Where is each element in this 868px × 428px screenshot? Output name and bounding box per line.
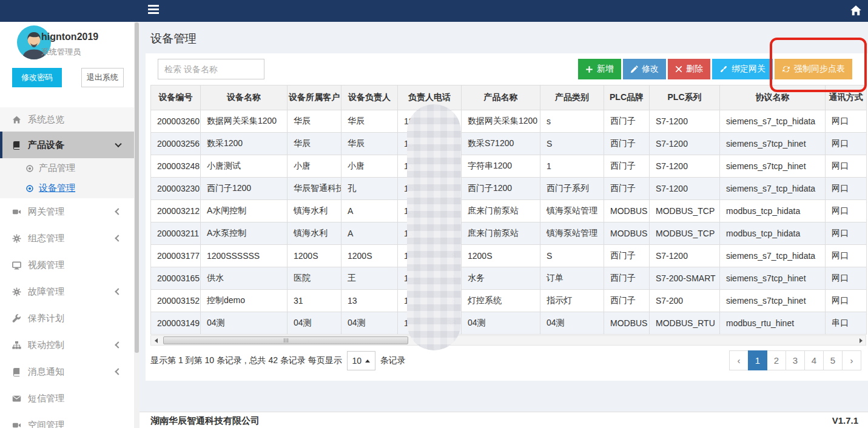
table-cell: siemens_s7_tcp_hidata: [720, 245, 826, 267]
dot-circle-icon: [25, 184, 39, 193]
sidebar-item-product-device[interactable]: 产品设备: [0, 132, 134, 158]
table-cell: 灯控系统: [462, 290, 540, 312]
table-cell: 网口: [826, 200, 867, 222]
chevron-left-icon: [115, 208, 121, 215]
sidebar-item-label: 产品管理: [39, 162, 75, 174]
page-prev-button[interactable]: ‹: [729, 350, 749, 370]
page-next-button[interactable]: ›: [842, 350, 861, 370]
table-cell: 西门子: [604, 133, 650, 155]
table-row[interactable]: 2000031771200SSSSSS1200S1200S181200SS西门子…: [151, 245, 867, 267]
change-password-button[interactable]: 修改密码: [12, 68, 62, 87]
sidebar-item-system-overview[interactable]: 系统总览: [0, 107, 134, 132]
table-cell: 小唐: [288, 155, 341, 178]
table-cell: MODBUS_TCP: [650, 200, 720, 222]
horizontal-scrollbar[interactable]: [150, 335, 866, 346]
table-cell: 网口: [826, 155, 867, 178]
table-cell: A水泵控制: [201, 222, 288, 245]
chevron-left-icon: [115, 235, 121, 241]
logout-button[interactable]: 退出系统: [81, 68, 124, 87]
sidebar-item-space-manage[interactable]: 空间管理: [0, 412, 134, 428]
sidebar-item-device-manage[interactable]: 设备管理: [0, 178, 134, 198]
scroll-right-icon[interactable]: [856, 336, 866, 345]
wrench-icon: [12, 314, 28, 323]
table-cell: 200003256: [151, 133, 201, 155]
sidebar-item-label: 系统总览: [28, 114, 64, 125]
table-cell: 西门子1200: [462, 178, 540, 200]
horizontal-scrollbar-thumb[interactable]: [163, 336, 408, 344]
chevron-left-icon: [115, 368, 121, 375]
table-row[interactable]: 200003260数据网关采集1200华辰华辰184数据网关采集1200s西门子…: [151, 110, 867, 133]
table-cell: 数据网关采集1200: [462, 110, 540, 133]
page-button-4[interactable]: 4: [804, 350, 824, 370]
table-row[interactable]: 200003165供水医院王11水务订单西门子S7-200-SMARTsieme…: [151, 267, 867, 290]
table-cell: siemens_s7_tcp_hidata: [720, 178, 826, 200]
search-input[interactable]: [158, 59, 264, 79]
sidebar-item-fault-manage[interactable]: 故障管理: [0, 278, 134, 305]
sidebar-item-linkage-control[interactable]: 联动控制: [0, 332, 134, 358]
gears-icon: [12, 234, 28, 243]
sidebar-item-product-manage[interactable]: 产品管理: [0, 158, 134, 178]
column-header: 设备编号: [151, 85, 201, 110]
user-role: 系统管理员: [41, 47, 81, 58]
add-button[interactable]: 新增: [578, 59, 621, 79]
table-cell: S7-1200: [650, 110, 720, 133]
sidebar-item-message-notify[interactable]: 消息通知: [0, 358, 134, 385]
monitor-icon: [12, 261, 28, 270]
table-cell: 200003177: [151, 245, 201, 267]
page-button-2[interactable]: 2: [767, 350, 786, 370]
hamburger-menu-icon[interactable]: [148, 5, 159, 17]
page-button-1[interactable]: 1: [748, 350, 767, 370]
summary-prefix: 显示第 1 到第 10 条记录 , 总共 42 条记录 每页显示: [150, 355, 342, 366]
page-size-value: 10: [352, 356, 362, 366]
table-row[interactable]: 20000314904测04测04测13804测04测MODBUSMODBUS_…: [151, 312, 867, 335]
table-cell: 数采1200: [201, 133, 288, 155]
button-label: 删除: [686, 64, 703, 75]
sidebar-item-video-manage[interactable]: 视频管理: [0, 252, 134, 278]
gears-icon: [12, 287, 28, 296]
table-cell: 西门子: [604, 155, 650, 178]
table-cell: s: [540, 110, 604, 133]
table-row[interactable]: 200003248小唐测试小唐小唐13字符串12001西门子S7-1200sie…: [151, 155, 867, 178]
table-cell: siemens_s7tcp_hinet: [720, 155, 826, 178]
home-icon[interactable]: [850, 4, 862, 16]
table-cell: 庶来门前泵站: [462, 200, 540, 222]
topbar: [0, 0, 868, 22]
sidebar-item-sms-manage[interactable]: 短信管理: [0, 385, 134, 412]
table-cell: S7-1200: [650, 133, 720, 155]
page-size-dropdown[interactable]: 10: [347, 351, 375, 370]
table-row[interactable]: 200003212A水闸控制镇海水利A13庶来门前泵站镇海泵站管理MODBUSM…: [151, 200, 867, 222]
sidebar-scrollbar-thumb[interactable]: [135, 22, 139, 353]
scroll-left-icon[interactable]: [151, 336, 161, 345]
page-title: 设备管理: [150, 31, 197, 47]
table-row[interactable]: 200003211A水泵控制镇海水利A13庶来门前泵站镇海泵站管理MODBUSM…: [151, 222, 867, 245]
envelope-icon: [12, 394, 28, 403]
table-cell: 200003211: [151, 222, 201, 245]
table-row[interactable]: 200003230西门子1200华辰智通科技孔15西门子1200西门子系列西门子…: [151, 178, 867, 200]
page-button-3[interactable]: 3: [786, 350, 805, 370]
force-sync-button[interactable]: 强制同步点表: [775, 59, 852, 79]
sidebar-item-gateway-manage[interactable]: 网关管理: [0, 198, 134, 225]
table-cell: 网口: [826, 245, 867, 267]
column-header: 产品名称: [462, 85, 540, 110]
sidebar-item-maintain-plan[interactable]: 保养计划: [0, 305, 134, 332]
table-cell: 镇海泵站管理: [540, 222, 604, 245]
pencil-icon: [630, 65, 638, 73]
page-button-5[interactable]: 5: [823, 350, 843, 370]
table-cell: 04测: [540, 312, 604, 335]
table-cell: 王: [341, 267, 398, 290]
button-label: 修改: [642, 64, 659, 75]
edit-button[interactable]: 修改: [623, 59, 666, 79]
sidebar-item-config-manage[interactable]: 组态管理: [0, 225, 134, 252]
table-cell: A: [341, 222, 398, 245]
sidebar-item-label: 故障管理: [28, 286, 64, 298]
table-row[interactable]: 200003152控制demo311318灯控系统指示灯西门子S7-200sie…: [151, 290, 867, 312]
table-cell: 13: [341, 290, 398, 312]
table-cell: 镇海水利: [288, 222, 341, 245]
delete-button[interactable]: 删除: [668, 59, 710, 79]
chevron-down-icon: [115, 141, 121, 147]
table-cell: S7-1200: [650, 245, 720, 267]
sidebar-scrollbar[interactable]: [134, 22, 140, 428]
table-cell: 网口: [826, 222, 867, 245]
table-row[interactable]: 200003256数采1200华辰华辰18数采S71200S西门子S7-1200…: [151, 133, 867, 155]
bind-gateway-button[interactable]: 绑定网关: [712, 59, 773, 79]
